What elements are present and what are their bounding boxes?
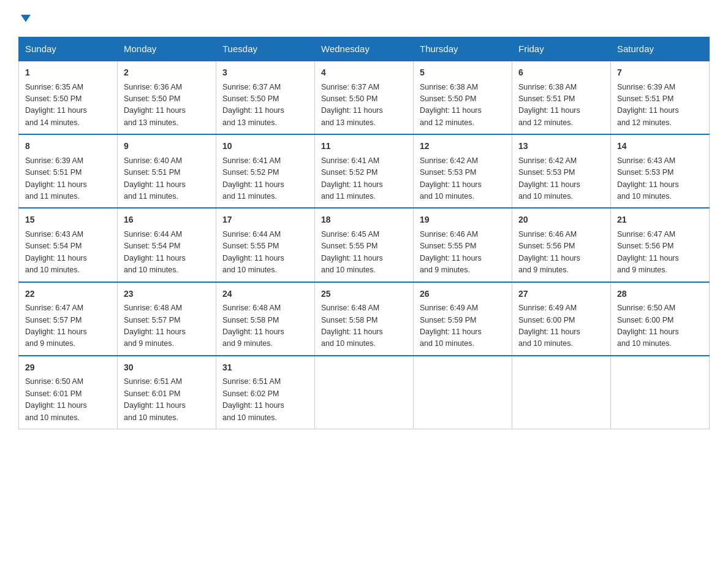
calendar-cell: 17Sunrise: 6:44 AMSunset: 5:55 PMDayligh… [216,208,315,282]
calendar-week-row: 29Sunrise: 6:50 AMSunset: 6:01 PMDayligh… [19,356,710,429]
calendar-cell: 29Sunrise: 6:50 AMSunset: 6:01 PMDayligh… [19,356,118,429]
calendar-table: SundayMondayTuesdayWednesdayThursdayFrid… [18,37,710,429]
calendar-cell: 23Sunrise: 6:48 AMSunset: 5:57 PMDayligh… [118,282,216,356]
calendar-cell: 9Sunrise: 6:40 AMSunset: 5:51 PMDaylight… [118,134,216,208]
calendar-week-row: 8Sunrise: 6:39 AMSunset: 5:51 PMDaylight… [19,134,710,208]
calendar-cell [512,356,611,429]
calendar-cell: 11Sunrise: 6:41 AMSunset: 5:52 PMDayligh… [315,134,414,208]
day-number: 28 [617,288,703,301]
day-number: 15 [25,213,111,227]
day-number: 29 [25,361,111,375]
day-number: 27 [518,288,604,301]
calendar-day-header: Monday [118,37,216,61]
svg-marker-0 [21,15,31,22]
day-number: 19 [420,213,506,227]
calendar-cell: 24Sunrise: 6:48 AMSunset: 5:58 PMDayligh… [216,282,315,356]
calendar-week-row: 1Sunrise: 6:35 AMSunset: 5:50 PMDaylight… [19,61,710,134]
calendar-cell [414,356,512,429]
day-number: 31 [222,361,308,375]
day-number: 25 [321,288,407,301]
calendar-day-header: Tuesday [216,37,315,61]
day-number: 13 [518,140,604,153]
day-number: 8 [25,140,111,153]
day-number: 9 [124,140,210,153]
calendar-cell: 26Sunrise: 6:49 AMSunset: 5:59 PMDayligh… [414,282,512,356]
calendar-cell: 4Sunrise: 6:37 AMSunset: 5:50 PMDaylight… [315,61,414,134]
calendar-cell: 12Sunrise: 6:42 AMSunset: 5:53 PMDayligh… [414,134,512,208]
day-number: 7 [617,66,703,80]
calendar-cell [611,356,710,429]
calendar-cell: 6Sunrise: 6:38 AMSunset: 5:51 PMDaylight… [512,61,611,134]
day-number: 11 [321,140,407,153]
calendar-cell: 18Sunrise: 6:45 AMSunset: 5:55 PMDayligh… [315,208,414,282]
calendar-cell: 13Sunrise: 6:42 AMSunset: 5:53 PMDayligh… [512,134,611,208]
day-number: 14 [617,140,703,153]
calendar-cell: 20Sunrise: 6:46 AMSunset: 5:56 PMDayligh… [512,208,611,282]
calendar-cell: 31Sunrise: 6:51 AMSunset: 6:02 PMDayligh… [216,356,315,429]
day-number: 26 [420,288,506,301]
calendar-cell: 1Sunrise: 6:35 AMSunset: 5:50 PMDaylight… [19,61,118,134]
calendar-day-header: Saturday [611,37,710,61]
day-number: 18 [321,213,407,227]
calendar-day-header: Thursday [414,37,512,61]
day-number: 21 [617,213,703,227]
calendar-day-header: Wednesday [315,37,414,61]
day-number: 16 [124,213,210,227]
calendar-cell: 10Sunrise: 6:41 AMSunset: 5:52 PMDayligh… [216,134,315,208]
day-number: 30 [124,361,210,375]
calendar-day-header: Friday [512,37,611,61]
calendar-cell: 25Sunrise: 6:48 AMSunset: 5:58 PMDayligh… [315,282,414,356]
page-header [18,12,710,27]
calendar-week-row: 15Sunrise: 6:43 AMSunset: 5:54 PMDayligh… [19,208,710,282]
logo-arrow-icon [20,12,32,27]
day-number: 6 [518,66,604,80]
calendar-cell: 15Sunrise: 6:43 AMSunset: 5:54 PMDayligh… [19,208,118,282]
day-number: 22 [25,288,111,301]
calendar-cell: 16Sunrise: 6:44 AMSunset: 5:54 PMDayligh… [118,208,216,282]
calendar-week-row: 22Sunrise: 6:47 AMSunset: 5:57 PMDayligh… [19,282,710,356]
calendar-cell: 3Sunrise: 6:37 AMSunset: 5:50 PMDaylight… [216,61,315,134]
calendar-cell: 14Sunrise: 6:43 AMSunset: 5:53 PMDayligh… [611,134,710,208]
logo [18,12,32,27]
day-number: 2 [124,66,210,80]
calendar-cell: 22Sunrise: 6:47 AMSunset: 5:57 PMDayligh… [19,282,118,356]
calendar-cell: 2Sunrise: 6:36 AMSunset: 5:50 PMDaylight… [118,61,216,134]
calendar-cell: 27Sunrise: 6:49 AMSunset: 6:00 PMDayligh… [512,282,611,356]
day-number: 23 [124,288,210,301]
calendar-cell: 19Sunrise: 6:46 AMSunset: 5:55 PMDayligh… [414,208,512,282]
calendar-cell: 8Sunrise: 6:39 AMSunset: 5:51 PMDaylight… [19,134,118,208]
day-number: 10 [222,140,308,153]
day-number: 24 [222,288,308,301]
day-number: 20 [518,213,604,227]
day-number: 4 [321,66,407,80]
day-number: 17 [222,213,308,227]
calendar-cell: 28Sunrise: 6:50 AMSunset: 6:00 PMDayligh… [611,282,710,356]
day-number: 1 [25,66,111,80]
calendar-day-header: Sunday [19,37,118,61]
day-number: 5 [420,66,506,80]
calendar-cell: 7Sunrise: 6:39 AMSunset: 5:51 PMDaylight… [611,61,710,134]
calendar-cell [315,356,414,429]
calendar-cell: 5Sunrise: 6:38 AMSunset: 5:50 PMDaylight… [414,61,512,134]
calendar-header-row: SundayMondayTuesdayWednesdayThursdayFrid… [19,37,710,61]
day-number: 12 [420,140,506,153]
day-number: 3 [222,66,308,80]
calendar-cell: 30Sunrise: 6:51 AMSunset: 6:01 PMDayligh… [118,356,216,429]
calendar-cell: 21Sunrise: 6:47 AMSunset: 5:56 PMDayligh… [611,208,710,282]
